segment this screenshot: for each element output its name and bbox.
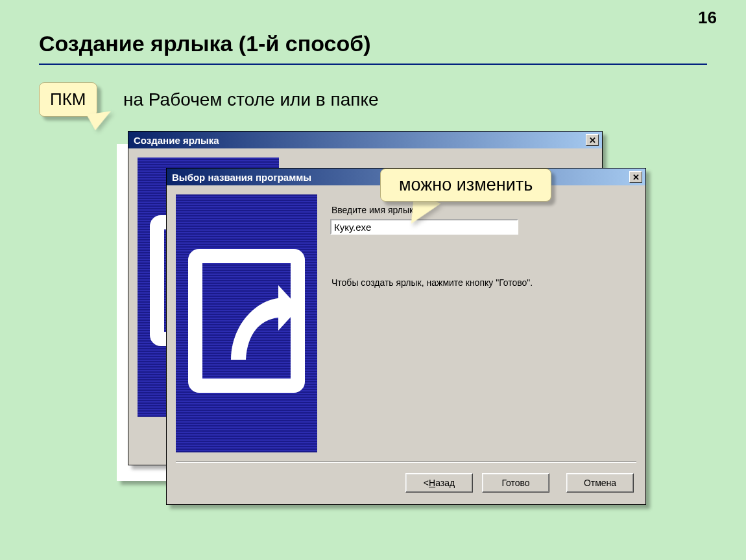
finish-button[interactable]: Готово [482,473,549,493]
dialog1-close-button[interactable]: ✕ [586,134,599,146]
dialog2-body: Введите имя ярлыка: Чтобы создать ярлык,… [328,194,638,452]
change-callout: можно изменить [380,169,551,202]
cancel-button[interactable]: Отмена [566,473,634,493]
close-icon: ✕ [589,135,596,145]
context-text: на Рабочем столе или в папке [123,89,379,110]
back-button-rest: азад [435,478,455,488]
dialog2-button-row: < Назад Готово Отмена [405,473,634,493]
pkm-callout: ПКМ [39,82,97,117]
dialog1-titlebar: Создание ярлыка ✕ [128,132,602,148]
page-number: 16 [698,8,717,28]
pkm-callout-tail [86,111,113,131]
back-button-prefix: < [424,478,429,488]
dialog2-separator [176,461,636,463]
back-button[interactable]: < Назад [405,473,473,493]
cancel-button-label: Отмена [584,478,616,488]
dialog2-side-art [176,194,317,452]
dialog1-title-text: Создание ярлыка [134,135,219,146]
back-button-underline: Н [429,478,435,488]
close-icon: ✕ [632,172,640,182]
finish-button-label: Готово [501,478,529,488]
slide-title: Создание ярлыка (1-й способ) [39,31,371,56]
shortcut-arrow-icon [176,194,317,452]
dialog2-title-text: Выбор названия программы [172,172,311,183]
title-divider [39,64,707,65]
dialog2-close-button[interactable]: ✕ [629,171,642,183]
instruction-text: Чтобы создать ярлык, нажмите кнопку "Гот… [331,277,631,288]
